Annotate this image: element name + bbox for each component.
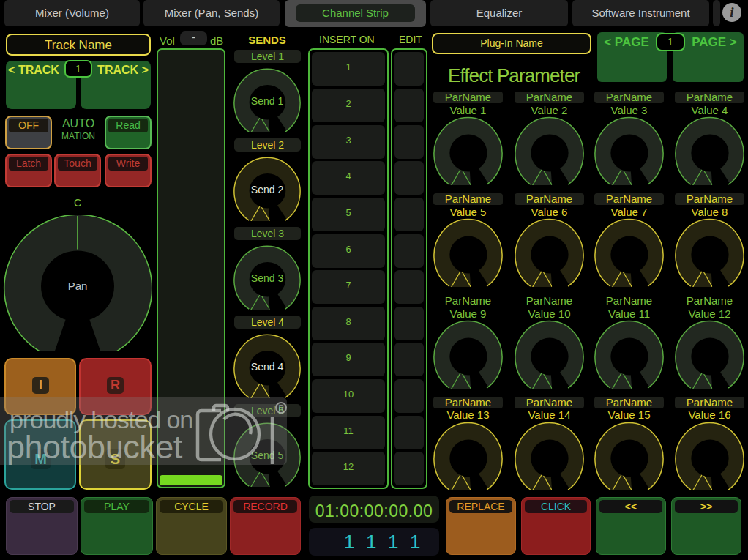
svg-text:R: R xyxy=(278,404,283,412)
